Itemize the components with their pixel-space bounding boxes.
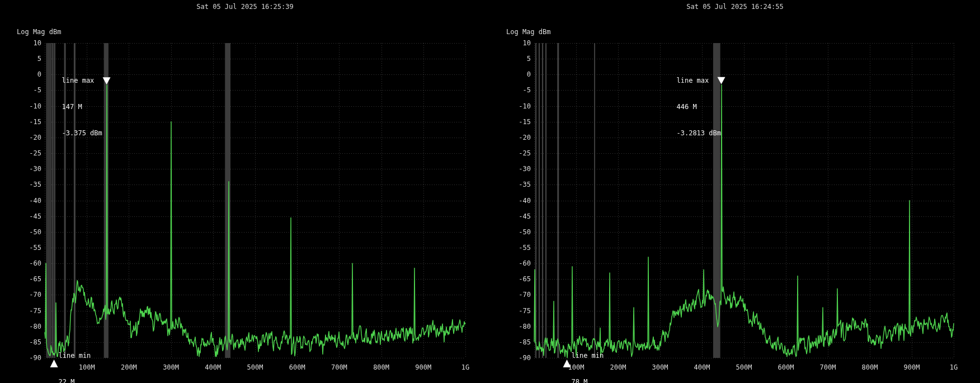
y-tick-label: -30 (486, 164, 531, 173)
y-tick-label: -50 (486, 228, 531, 237)
y-tick-label: -65 (486, 275, 531, 283)
y-tick-label: -25 (486, 149, 531, 158)
y-tick-label: -55 (0, 243, 41, 252)
x-tick-label: 500M (247, 363, 263, 372)
y-tick-label: 10 (0, 39, 41, 48)
line-min-frequency: 78 M (572, 378, 616, 383)
x-tick-label: 600M (289, 363, 305, 372)
x-tick-label: 700M (331, 363, 347, 372)
y-tick-label: -40 (0, 196, 41, 205)
x-tick-label: 900M (904, 363, 920, 372)
y-axis-label: Log Mag dBm (17, 27, 61, 36)
y-tick-label: -65 (0, 275, 41, 283)
y-tick-label: -60 (486, 259, 531, 268)
line-max-value: -3.375 dBm (62, 129, 102, 138)
line-max-annotation: line max 147 M -3.375 dBm (62, 59, 102, 156)
x-tick-label: 800M (862, 363, 878, 372)
y-tick-label: -75 (0, 306, 41, 315)
y-tick-label: -90 (0, 353, 41, 362)
y-tick-label: -15 (486, 117, 531, 126)
line-min-label: line min (59, 352, 103, 361)
x-tick-label: 300M (652, 363, 668, 372)
x-tick-label: 400M (205, 363, 221, 372)
line-max-value: -3.2813 dBm (677, 129, 721, 138)
y-tick-label: -45 (486, 212, 531, 221)
y-tick-label: -80 (486, 322, 531, 331)
y-tick-label: -40 (486, 196, 531, 205)
line-min-label: line min (572, 352, 616, 361)
x-tick-label: 100M (568, 363, 585, 372)
y-tick-label: -50 (0, 228, 41, 237)
y-tick-label: 0 (0, 70, 41, 79)
line-max-annotation: line max 446 M -3.2813 dBm (677, 59, 721, 156)
y-tick-label: -85 (486, 338, 531, 347)
x-tick-label: 100M (79, 363, 95, 372)
y-tick-label: -85 (0, 338, 41, 347)
y-tick-label: -70 (0, 290, 41, 299)
x-tick-label: 200M (121, 363, 137, 372)
y-tick-label: -25 (0, 149, 41, 158)
y-tick-label: -15 (0, 117, 41, 126)
y-tick-label: 10 (486, 39, 531, 48)
timestamp-title: Sat 05 Jul 2025 16:24:55 (490, 2, 980, 11)
y-tick-label: -10 (0, 102, 41, 111)
y-tick-label: -90 (486, 353, 531, 362)
y-tick-label: -70 (486, 290, 531, 299)
x-tick-label: 200M (610, 363, 626, 372)
y-tick-label: -80 (0, 322, 41, 331)
x-tick-label: 1G (461, 363, 469, 372)
x-tick-label: 600M (778, 363, 794, 372)
y-tick-label: -55 (486, 243, 531, 252)
x-tick-label: 800M (373, 363, 389, 372)
x-tick-label: 300M (163, 363, 179, 372)
y-tick-label: -35 (0, 180, 41, 189)
y-tick-label: -35 (486, 180, 531, 189)
timestamp-title: Sat 05 Jul 2025 16:25:39 (0, 2, 490, 11)
y-tick-label: -5 (0, 86, 41, 94)
y-tick-label: -30 (0, 164, 41, 173)
y-tick-label: -75 (486, 306, 531, 315)
line-min-annotation: line min 78 M -89.969 dBm (572, 334, 616, 383)
spectrum-analyzer-screen: Sat 05 Jul 2025 16:25:39 Log Mag dBm lin… (0, 0, 980, 383)
y-axis-label: Log Mag dBm (506, 27, 550, 36)
y-tick-label: -5 (486, 86, 531, 94)
y-tick-label: -20 (0, 133, 41, 142)
y-tick-label: -60 (0, 259, 41, 268)
y-tick-label: -20 (486, 133, 531, 142)
line-min-annotation: line min 22 M -89.156 dBm (59, 334, 103, 383)
y-tick-label: 5 (486, 54, 531, 63)
x-tick-label: 1G (950, 363, 958, 372)
line-max-frequency: 446 M (677, 103, 721, 112)
y-tick-label: 5 (0, 54, 41, 63)
y-tick-label: -10 (486, 102, 531, 111)
x-tick-label: 700M (820, 363, 836, 372)
line-max-frequency: 147 M (62, 103, 102, 112)
x-tick-label: 900M (415, 363, 431, 372)
x-tick-label: 500M (736, 363, 752, 372)
line-max-label: line max (62, 77, 102, 86)
y-tick-label: -45 (0, 212, 41, 221)
line-max-label: line max (677, 77, 721, 86)
line-min-frequency: 22 M (59, 378, 103, 383)
y-tick-label: 0 (486, 70, 531, 79)
x-tick-label: 400M (694, 363, 710, 372)
